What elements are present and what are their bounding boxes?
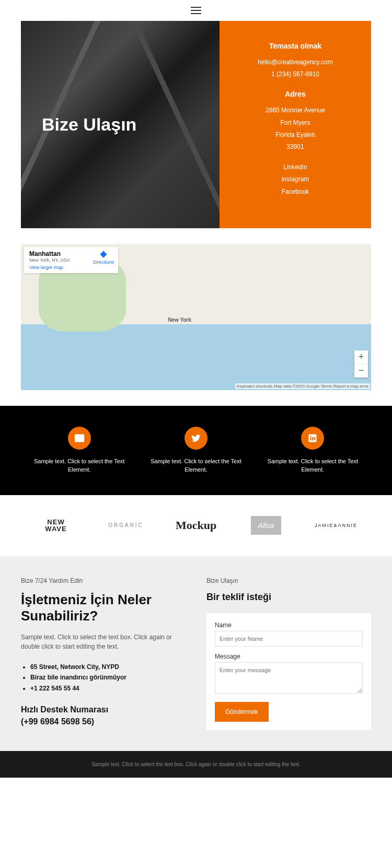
form-left-column: Bize 7/24 Yardım Edin İşletmeniz İçin Ne… [21, 577, 186, 730]
social-text[interactable]: Sample text. Click to select the Text El… [26, 457, 132, 474]
social-link-instagram[interactable]: instagram [230, 174, 361, 184]
map-info-overlay: Manhattan New York, NY, USA View larger … [24, 247, 118, 273]
form-section: Bize 7/24 Yardım Edin İşletmeniz İçin Ne… [0, 556, 392, 751]
logos-section: NEWWAVE ORGANIC Mockup Alisa JAMIE&ANNIE [0, 495, 392, 556]
offer-heading: İşletmeniz İçin Neler Sunabiliriz? [21, 592, 186, 624]
map-section: New York Manhattan New York, NY, USA Vie… [0, 244, 392, 406]
logo-alisa: Alisa [231, 516, 301, 535]
list-item: +1 222 545 55 44 [30, 683, 186, 694]
social-link-facebook[interactable]: Facebook [230, 187, 361, 197]
name-label: Name [215, 621, 363, 629]
list-item: 65 Street, Network City, NYPD [30, 662, 186, 672]
map-attribution: Keyboard shortcuts Map data ©2023 Google… [235, 383, 370, 389]
message-input[interactable] [215, 662, 363, 694]
social-section: Sample text. Click to select the Text El… [0, 406, 392, 495]
social-item-linkedin: Sample text. Click to select the Text El… [255, 427, 371, 474]
directions-icon [99, 250, 108, 259]
help-subheading: Bize 7/24 Yardım Edin [21, 577, 186, 584]
map-city-label: New York [168, 317, 191, 323]
address-line: Florida Eyaleti [230, 130, 361, 140]
footer: Sample text. Click to select the text bo… [0, 751, 392, 778]
hero-section: Bize Ulaşın Temasta olmak hello@creative… [0, 21, 392, 244]
contact-phone[interactable]: 1 (234) 567-8910 [230, 69, 361, 79]
header [0, 0, 392, 21]
offer-description[interactable]: Sample text. Click to select the text bo… [21, 632, 186, 651]
quote-heading: Bir teklif isteği [206, 592, 371, 603]
address-line: Fort Myers [230, 118, 361, 128]
name-input[interactable] [215, 631, 363, 647]
zoom-in-button[interactable]: + [354, 350, 368, 364]
map-zoom-controls: + − [354, 350, 368, 378]
submit-button[interactable]: Göndermek [215, 702, 269, 722]
logo-mockup: Mockup [161, 519, 231, 532]
directions-button[interactable]: Directions [93, 250, 114, 265]
social-item-youtube: Sample text. Click to select the Text El… [21, 427, 137, 474]
social-text[interactable]: Sample text. Click to select the Text El… [143, 457, 249, 474]
logo-organic: ORGANIC [91, 522, 161, 528]
zoom-out-button[interactable]: − [354, 364, 368, 378]
linkedin-icon[interactable] [301, 427, 324, 450]
logo-jamie: JAMIE&ANNIE [301, 523, 371, 528]
map[interactable]: New York Manhattan New York, NY, USA Vie… [21, 244, 371, 390]
logo-newwave: NEWWAVE [21, 519, 91, 532]
contact-email[interactable]: hello@creativeagency.com [230, 57, 361, 67]
hero-title: Bize Ulaşın [21, 114, 136, 135]
view-larger-map-link[interactable]: View larger map [29, 265, 113, 270]
social-item-twitter: Sample text. Click to select the Text El… [137, 427, 254, 474]
message-label: Message [215, 653, 363, 660]
social-link-linkedin[interactable]: LinkedIn [230, 162, 361, 172]
address-heading: Adres [230, 90, 361, 98]
address-line: 2865 Monroe Avenue [230, 105, 361, 115]
contact-subheading: Bize Ulaşın [206, 577, 371, 584]
address-list: 65 Street, Network City, NYPD Biraz bile… [21, 662, 186, 694]
hero-image: Bize Ulaşın [21, 21, 220, 228]
support-heading: Hızlı Destek Numarası (+99 6984 5698 56) [21, 704, 186, 728]
contact-heading: Temasta olmak [230, 42, 361, 50]
contact-card: Temasta olmak hello@creativeagency.com 1… [220, 21, 371, 228]
youtube-icon[interactable] [68, 427, 91, 450]
twitter-icon[interactable] [185, 427, 207, 450]
address-line: 33901 [230, 142, 361, 152]
list-item: Biraz bile inandırıcı görünmüyor [30, 672, 186, 683]
form-right-column: Bize Ulaşın Bir teklif isteği Name Messa… [206, 577, 371, 730]
contact-form: Name Message Göndermek [206, 613, 371, 730]
social-text[interactable]: Sample text. Click to select the Text El… [260, 457, 366, 474]
footer-text[interactable]: Sample text. Click to select the text bo… [9, 760, 383, 768]
hamburger-menu-icon[interactable] [191, 7, 201, 14]
